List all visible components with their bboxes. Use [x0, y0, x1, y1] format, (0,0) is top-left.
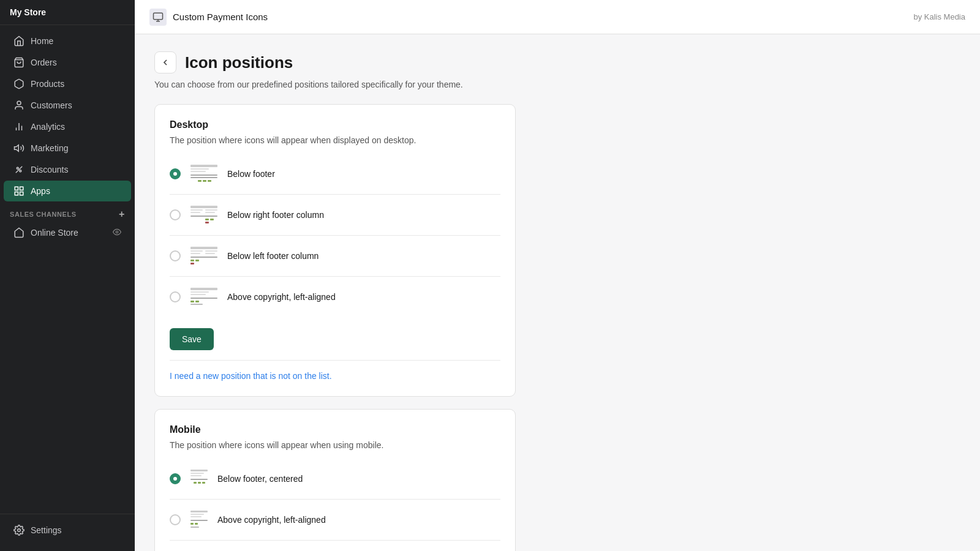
svg-rect-29: [205, 209, 217, 211]
svg-rect-46: [190, 294, 206, 295]
desktop-option-above-copyright-left[interactable]: Above copyright, left-aligned: [170, 280, 500, 313]
svg-rect-58: [190, 511, 208, 512]
sales-channels-section: SALES CHANNELS +: [0, 202, 135, 222]
radio-below-left-footer[interactable]: [170, 250, 181, 261]
svg-rect-20: [190, 171, 206, 172]
svg-rect-42: [195, 260, 199, 261]
marketing-icon: [13, 143, 24, 154]
radio-above-copyright-left[interactable]: [170, 291, 181, 302]
layout-icon-mobile-above-copyright-left: [189, 509, 209, 530]
svg-rect-47: [190, 298, 217, 299]
sidebar-item-label-analytics: Analytics: [31, 122, 65, 132]
mobile-option-above-copyright-left[interactable]: Above copyright, left-aligned: [170, 503, 500, 536]
sidebar-store-header: My Store: [0, 0, 135, 25]
svg-rect-63: [195, 523, 198, 525]
desktop-card: Desktop The position where icons will ap…: [154, 104, 516, 397]
svg-point-7: [20, 170, 21, 172]
svg-point-13: [116, 231, 118, 233]
svg-rect-43: [190, 263, 194, 264]
desktop-option-below-right-footer[interactable]: Below right footer column: [170, 198, 500, 231]
desktop-option-below-right-footer-label: Below right footer column: [227, 210, 324, 220]
apps-icon: [13, 186, 24, 197]
svg-rect-33: [210, 219, 214, 220]
sidebar-item-label-customers: Customers: [31, 100, 72, 110]
desktop-option-below-footer-label: Below footer: [227, 169, 275, 179]
svg-rect-57: [202, 482, 205, 484]
sales-channels-label: SALES CHANNELS: [10, 211, 77, 218]
layout-icon-below-footer: [189, 163, 219, 184]
mobile-card-title: Mobile: [170, 424, 500, 435]
radio-mobile-above-copyright-left[interactable]: [170, 514, 181, 525]
mobile-option-above-copyright-centered[interactable]: Above copyright, centered: [170, 544, 500, 551]
radio-mobile-below-footer-centered[interactable]: [170, 473, 181, 484]
sidebar-item-label-products: Products: [31, 79, 64, 89]
svg-rect-30: [205, 212, 215, 213]
sidebar-bottom: Settings: [0, 514, 135, 551]
svg-rect-38: [205, 250, 217, 252]
desktop-card-title: Desktop: [170, 119, 500, 130]
top-bar: Custom Payment Icons by Kalis Media: [135, 0, 980, 34]
layout-icon-below-left-footer: [189, 246, 219, 266]
sidebar-item-analytics[interactable]: Analytics: [4, 116, 131, 137]
store-name: My Store: [10, 7, 125, 17]
svg-point-6: [17, 167, 18, 169]
sidebar-item-products[interactable]: Products: [4, 73, 131, 94]
desktop-option-below-left-footer[interactable]: Below left footer column: [170, 239, 500, 272]
radio-below-right-footer[interactable]: [170, 209, 181, 220]
svg-rect-53: [190, 475, 202, 476]
svg-marker-5: [15, 145, 19, 152]
svg-rect-64: [190, 527, 199, 528]
sidebar-item-label-apps: Apps: [31, 186, 50, 196]
top-bar-left: Custom Payment Icons: [149, 9, 268, 26]
sidebar-item-customers[interactable]: Customers: [4, 95, 131, 116]
svg-rect-10: [20, 187, 23, 190]
customers-icon: [13, 100, 24, 111]
svg-rect-52: [190, 473, 204, 474]
orders-icon: [13, 57, 24, 68]
sidebar-item-label-orders: Orders: [31, 58, 57, 67]
content-area: Icon positions You can choose from our p…: [135, 34, 980, 551]
svg-rect-41: [190, 260, 194, 261]
mobile-option-below-footer-centered[interactable]: Below footer, centered: [170, 462, 500, 495]
svg-rect-59: [190, 514, 204, 515]
sidebar-item-apps[interactable]: Apps: [4, 181, 131, 201]
svg-rect-54: [190, 479, 208, 480]
sidebar-item-online-store[interactable]: Online Store: [4, 222, 131, 243]
online-store-visibility-icon[interactable]: [113, 228, 121, 238]
svg-rect-62: [190, 523, 194, 525]
app-icon: [149, 9, 167, 26]
home-icon: [13, 36, 24, 47]
products-icon: [13, 78, 24, 89]
main-content: Custom Payment Icons by Kalis Media Icon…: [135, 0, 980, 551]
sidebar: My Store Home Orders Products: [0, 0, 135, 551]
svg-rect-31: [190, 216, 217, 217]
svg-rect-50: [190, 304, 203, 305]
svg-rect-34: [205, 222, 209, 223]
svg-rect-32: [205, 219, 209, 220]
desktop-option-below-footer[interactable]: Below footer: [170, 157, 500, 190]
new-position-link[interactable]: I need a new position that is not on the…: [170, 371, 332, 381]
radio-below-footer[interactable]: [170, 168, 181, 179]
svg-rect-21: [190, 174, 217, 176]
sidebar-item-orders[interactable]: Orders: [4, 52, 131, 73]
svg-rect-60: [190, 516, 202, 517]
svg-rect-26: [190, 206, 217, 208]
svg-rect-51: [190, 470, 208, 471]
svg-rect-48: [190, 301, 194, 302]
svg-rect-18: [190, 165, 217, 167]
svg-rect-49: [195, 301, 199, 302]
save-button[interactable]: Save: [170, 328, 214, 350]
sidebar-item-marketing[interactable]: Marketing: [4, 138, 131, 159]
sidebar-item-home[interactable]: Home: [4, 31, 131, 51]
analytics-icon: [13, 121, 24, 132]
back-button[interactable]: [154, 51, 176, 73]
sidebar-item-discounts[interactable]: Discounts: [4, 159, 131, 180]
sidebar-item-settings[interactable]: Settings: [4, 520, 131, 541]
desktop-option-above-copyright-left-label: Above copyright, left-aligned: [227, 292, 336, 302]
sidebar-nav: Home Orders Products Customers: [0, 25, 135, 514]
svg-rect-23: [198, 180, 202, 182]
desktop-option-below-left-footer-label: Below left footer column: [227, 251, 318, 261]
add-sales-channel-button[interactable]: +: [119, 209, 125, 219]
layout-icon-above-copyright-left: [189, 287, 219, 307]
layout-icon-below-right-footer: [189, 204, 219, 225]
